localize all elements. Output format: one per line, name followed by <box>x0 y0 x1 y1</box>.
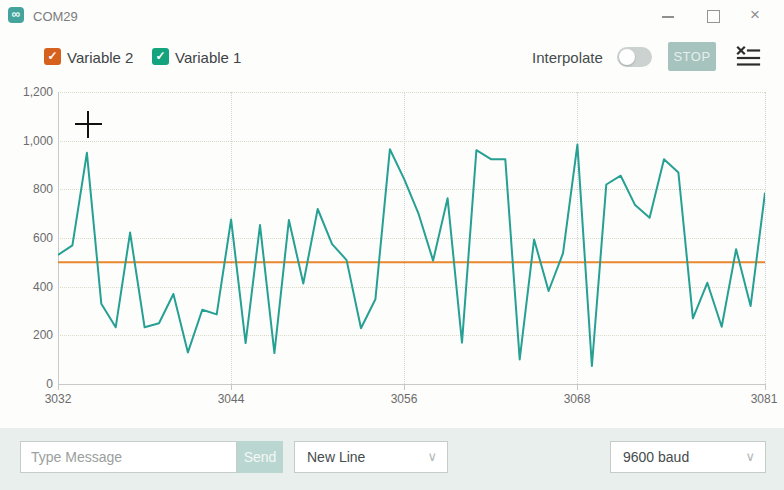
close-button[interactable]: × <box>750 5 760 25</box>
titlebar: ∞ COM29 × <box>0 0 784 32</box>
y-tick-label: 1,000 <box>0 134 53 148</box>
line-ending-value: New Line <box>307 449 365 465</box>
legend-item-variable2: ✓ Variable 2 <box>44 48 144 68</box>
variable2-label: Variable 2 <box>67 49 133 66</box>
y-tick-label: 0 <box>0 377 53 391</box>
variable1-checkbox[interactable]: ✓ <box>152 48 169 65</box>
crosshair-cursor <box>87 111 89 138</box>
maximize-button[interactable] <box>707 10 720 23</box>
y-tick-label: 400 <box>0 280 53 294</box>
chevron-down-icon: ∨ <box>427 449 437 464</box>
plot-area[interactable] <box>58 92 765 384</box>
series-variable-1 <box>58 145 765 366</box>
baud-rate-value: 9600 baud <box>623 449 689 465</box>
stop-button[interactable]: STOP <box>668 42 716 71</box>
serial-plotter-window: ∞ COM29 × ✓ Variable 2 ✓ Variable 1 Inte… <box>0 0 784 490</box>
x-tick-label: 3056 <box>374 392 434 406</box>
x-tick-label: 3081 <box>734 392 784 406</box>
variable2-checkbox[interactable]: ✓ <box>44 48 61 65</box>
send-button[interactable]: Send <box>237 441 283 473</box>
toggle-knob <box>619 49 635 65</box>
x-tick-label: 3044 <box>201 392 261 406</box>
axis-tick <box>577 385 578 390</box>
axis-tick <box>231 385 232 390</box>
x-tick-label: 3032 <box>28 392 88 406</box>
legend-item-variable1: ✓ Variable 1 <box>152 48 252 68</box>
chevron-down-icon: ∨ <box>745 449 755 464</box>
message-input[interactable] <box>20 441 237 473</box>
y-tick-label: 200 <box>0 328 53 342</box>
axis-tick <box>765 385 766 390</box>
clear-list-icon[interactable] <box>735 45 761 67</box>
x-axis-line <box>58 384 766 385</box>
line-ending-dropdown[interactable]: New Line ∨ <box>294 441 448 473</box>
y-tick-label: 800 <box>0 182 53 196</box>
minimize-button[interactable] <box>662 16 674 18</box>
axis-tick <box>404 385 405 390</box>
interpolate-label: Interpolate <box>532 49 603 66</box>
axis-tick <box>58 385 59 390</box>
y-tick-label: 600 <box>0 231 53 245</box>
x-tick-label: 3068 <box>547 392 607 406</box>
arduino-logo-icon: ∞ <box>8 7 24 23</box>
variable1-label: Variable 1 <box>175 49 241 66</box>
baud-rate-dropdown[interactable]: 9600 baud ∨ <box>610 441 766 473</box>
y-tick-label: 1,200 <box>0 85 53 99</box>
interpolate-toggle[interactable] <box>617 47 652 67</box>
window-title: COM29 <box>33 9 78 24</box>
gridline <box>765 92 766 384</box>
footer-bar: Send New Line ∨ 9600 baud ∨ <box>0 428 784 490</box>
